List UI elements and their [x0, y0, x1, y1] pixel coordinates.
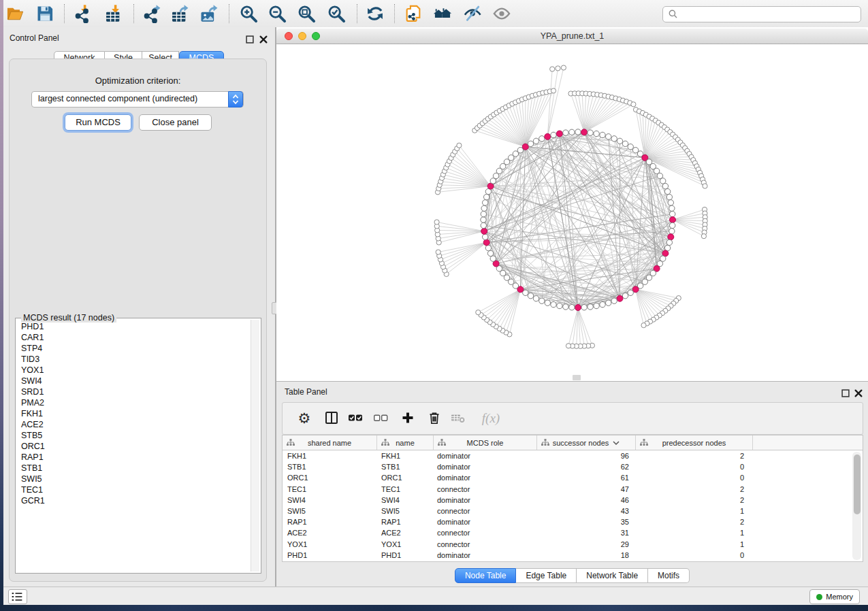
save-session-icon[interactable]	[35, 4, 54, 23]
ring-node[interactable]	[490, 256, 496, 261]
tab-node-table[interactable]: Node Table	[455, 568, 517, 583]
ring-node[interactable]	[670, 222, 675, 228]
ring-node[interactable]	[481, 217, 486, 222]
table-row[interactable]: STB1STB1dominator620	[283, 461, 863, 472]
ring-node[interactable]	[666, 194, 672, 199]
ring-node[interactable]	[588, 130, 593, 135]
export-image-icon[interactable]	[199, 4, 218, 23]
ring-node[interactable]	[481, 211, 486, 216]
table-row[interactable]: ACE2ACE2connector311	[283, 527, 863, 538]
table-row[interactable]: SWI4SWI4dominator462	[283, 495, 863, 506]
clone-network-icon[interactable]	[404, 4, 423, 23]
ring-node[interactable]	[533, 296, 539, 301]
ring-node[interactable]	[483, 234, 488, 240]
mcds-node[interactable]	[545, 133, 551, 139]
network-window-titlebar[interactable]: YPA_prune.txt_1	[276, 29, 868, 44]
leaf-node[interactable]	[551, 88, 556, 93]
settings-gear-icon[interactable]: ⚙	[296, 410, 312, 427]
mcds-result-item[interactable]: TID3	[16, 354, 251, 365]
table-scrollbar-thumb[interactable]	[854, 455, 861, 514]
select-all-checkbox-icon[interactable]	[347, 410, 364, 427]
zoom-out-icon[interactable]	[268, 4, 287, 23]
mcds-result-item[interactable]: PHD1	[16, 321, 251, 332]
table-row[interactable]: RAP1RAP1dominator352	[283, 516, 863, 527]
ring-node[interactable]	[666, 240, 672, 245]
mcds-result-item[interactable]: SWI4	[16, 376, 251, 386]
zoom-fit-icon[interactable]	[297, 4, 316, 23]
zoom-in-icon[interactable]	[239, 4, 258, 23]
ring-node[interactable]	[669, 229, 675, 234]
ring-node[interactable]	[481, 222, 486, 228]
ring-node[interactable]	[557, 303, 562, 308]
ring-node[interactable]	[664, 188, 670, 194]
run-mcds-button[interactable]: Run MCDS	[65, 114, 131, 131]
table-row[interactable]: PHD1PHD1dominator180	[283, 550, 863, 561]
table-row[interactable]: SWI5SWI5connector431	[283, 506, 863, 516]
ring-node[interactable]	[670, 211, 675, 216]
delete-row-icon[interactable]	[426, 410, 443, 427]
leaf-node[interactable]	[703, 184, 707, 188]
ring-node[interactable]	[622, 293, 628, 299]
ring-node[interactable]	[551, 301, 556, 307]
network-canvas[interactable]	[276, 44, 868, 381]
mcds-node[interactable]	[581, 129, 588, 135]
mcds-result-item[interactable]: RAP1	[16, 452, 251, 463]
close-panel-icon[interactable]	[259, 34, 268, 43]
horizontal-splitter-handle[interactable]	[573, 375, 581, 380]
ring-node[interactable]	[539, 298, 545, 303]
column-header-predecessor-nodes[interactable]: predecessor nodes	[636, 435, 753, 450]
ring-node[interactable]	[485, 245, 491, 250]
mcds-result-item[interactable]: ORC1	[16, 441, 251, 452]
mcds-result-item[interactable]: GCR1	[16, 495, 251, 506]
mcds-node[interactable]	[522, 144, 528, 150]
column-header-MCDS-role[interactable]: MCDS role	[434, 435, 537, 450]
mcds-result-item[interactable]: FKH1	[16, 408, 251, 419]
column-header-shared-name[interactable]: shared name	[283, 435, 377, 450]
tab-edge-table[interactable]: Edge Table	[516, 568, 577, 583]
mcds-result-item[interactable]: STP4	[16, 343, 251, 354]
mcds-result-item[interactable]: PMA2	[16, 397, 251, 408]
ring-node[interactable]	[509, 155, 514, 161]
table-row[interactable]: TEC1TEC1connector472	[283, 484, 863, 495]
mcds-result-item[interactable]: YOX1	[16, 365, 251, 376]
ring-node[interactable]	[551, 132, 556, 137]
mcds-result-item[interactable]: STB1	[16, 463, 251, 474]
ring-node[interactable]	[642, 279, 647, 284]
leaf-node[interactable]	[641, 323, 646, 328]
mcds-node[interactable]	[556, 131, 562, 137]
mcds-node[interactable]	[617, 295, 623, 301]
import-network-icon[interactable]	[73, 4, 92, 23]
leaf-node[interactable]	[436, 250, 440, 254]
export-table-icon[interactable]	[170, 4, 189, 23]
ring-node[interactable]	[569, 129, 575, 135]
ring-node[interactable]	[581, 305, 587, 310]
ring-node[interactable]	[660, 178, 666, 184]
leaf-node[interactable]	[476, 310, 481, 315]
ring-node[interactable]	[569, 305, 575, 310]
mcds-list-scrollbar[interactable]	[251, 320, 259, 572]
leaf-node[interactable]	[631, 102, 636, 107]
refresh-layout-icon[interactable]	[366, 4, 385, 23]
mcds-result-item[interactable]: STB5	[16, 430, 251, 441]
ring-node[interactable]	[588, 304, 593, 310]
ring-node[interactable]	[483, 200, 488, 205]
add-row-icon[interactable]	[400, 410, 416, 427]
task-history-button[interactable]	[8, 589, 27, 604]
leaf-node[interactable]	[457, 143, 462, 148]
tab-motifs[interactable]: Motifs	[648, 568, 690, 583]
ring-node[interactable]	[594, 303, 599, 308]
ring-node[interactable]	[528, 141, 533, 146]
memory-button[interactable]: Memory	[809, 589, 860, 604]
zoom-selected-icon[interactable]	[327, 4, 346, 23]
float-table-icon[interactable]	[841, 388, 850, 397]
ring-node[interactable]	[513, 283, 518, 288]
ring-node[interactable]	[628, 144, 633, 150]
ring-node[interactable]	[563, 130, 568, 135]
export-network-icon[interactable]	[142, 4, 161, 23]
leaf-node[interactable]	[434, 220, 439, 225]
table-row[interactable]: ORC1ORC1dominator610	[283, 472, 863, 483]
open-file-icon[interactable]	[5, 4, 25, 23]
column-header-name[interactable]: name	[377, 435, 434, 450]
ring-node[interactable]	[600, 132, 605, 137]
leaf-node[interactable]	[566, 344, 570, 348]
